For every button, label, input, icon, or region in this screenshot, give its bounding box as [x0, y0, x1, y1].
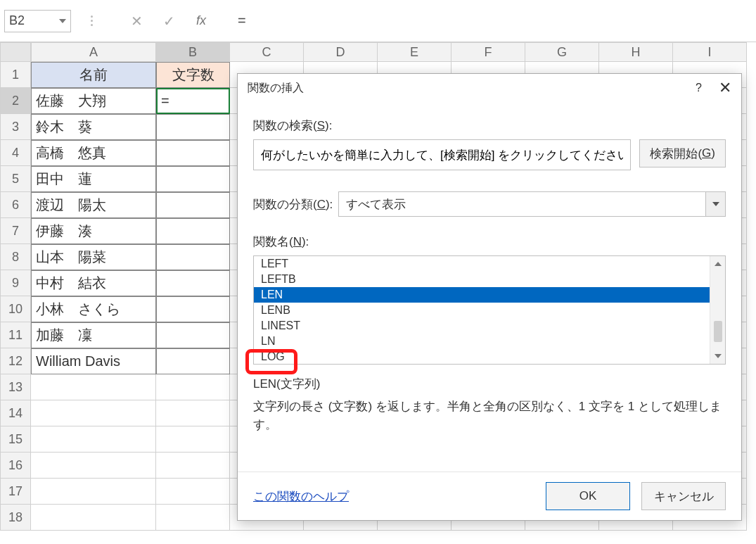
row-header[interactable]: 10 [0, 296, 31, 322]
row-header[interactable]: 1 [0, 62, 31, 88]
cell[interactable] [156, 244, 230, 270]
column-header[interactable]: F [451, 42, 525, 62]
cell[interactable] [31, 400, 156, 426]
cell[interactable]: = [156, 88, 230, 114]
function-syntax: LEN(文字列) [253, 376, 726, 392]
cell[interactable] [156, 479, 230, 505]
column-header[interactable]: D [304, 42, 378, 62]
row-header[interactable]: 4 [0, 140, 31, 166]
insert-function-dialog: 関数の挿入 ? ✕ 関数の検索(S): 検索開始(G) 関数の分類(C): すべ… [237, 73, 742, 521]
cell[interactable]: 文字数 [156, 62, 230, 88]
cell[interactable] [31, 479, 156, 505]
scroll-thumb[interactable] [714, 321, 722, 342]
cell[interactable] [31, 426, 156, 453]
help-icon[interactable]: ? [696, 82, 702, 94]
row-header[interactable]: 14 [0, 400, 31, 426]
cell[interactable] [156, 114, 230, 140]
ok-button[interactable]: OK [546, 482, 630, 510]
row-header[interactable]: 8 [0, 244, 31, 270]
cell[interactable] [156, 374, 230, 400]
name-box[interactable]: B2 [4, 10, 71, 32]
cell[interactable] [156, 505, 230, 531]
row-header[interactable]: 2 [0, 88, 31, 114]
column-header[interactable]: E [378, 42, 451, 62]
row-header[interactable]: 7 [0, 218, 31, 244]
cell[interactable]: William Davis [31, 348, 156, 374]
search-go-button[interactable]: 検索開始(G) [639, 139, 726, 167]
cell[interactable]: 佐藤 大翔 [31, 88, 156, 114]
cell[interactable]: 小林 さくら [31, 296, 156, 322]
cell[interactable] [31, 453, 156, 479]
cell[interactable]: 名前 [31, 62, 156, 88]
column-header[interactable]: C [230, 42, 304, 62]
column-header[interactable]: G [525, 42, 599, 62]
cell[interactable] [156, 453, 230, 479]
list-item[interactable]: LEFT [254, 256, 710, 272]
row-header[interactable]: 13 [0, 374, 31, 400]
row-header[interactable]: 9 [0, 270, 31, 296]
cell[interactable]: 田中 蓮 [31, 166, 156, 192]
scroll-down-icon[interactable] [710, 348, 725, 364]
function-description: 文字列の長さ (文字数) を返します。半角と全角の区別なく、1 文字を 1 とし… [253, 398, 726, 434]
row-header[interactable]: 16 [0, 453, 31, 479]
cell[interactable]: 山本 陽菜 [31, 244, 156, 270]
insert-function-button[interactable]: fx [191, 11, 211, 31]
row-header[interactable]: 18 [0, 505, 31, 531]
cancel-button[interactable]: キャンセル [641, 482, 726, 510]
category-label: 関数の分類(C): [253, 196, 333, 213]
cell[interactable] [156, 218, 230, 244]
scroll-up-icon[interactable] [710, 256, 725, 272]
chevron-down-icon[interactable] [705, 192, 725, 216]
cancel-formula-button[interactable]: ✕ [127, 11, 146, 31]
column-header[interactable]: H [599, 42, 673, 62]
cell[interactable] [156, 140, 230, 166]
confirm-formula-button[interactable]: ✓ [159, 11, 179, 31]
help-link[interactable]: この関数のヘルプ [253, 488, 349, 505]
column-header[interactable]: I [673, 42, 747, 62]
list-item[interactable]: LENB [254, 303, 710, 318]
search-input[interactable] [253, 139, 631, 170]
formula-bar-input[interactable]: = [238, 13, 246, 29]
cell[interactable]: 伊藤 湊 [31, 218, 156, 244]
dialog-titlebar[interactable]: 関数の挿入 ? ✕ [238, 74, 741, 102]
list-item[interactable]: LN [254, 334, 710, 349]
list-item[interactable]: LEN [254, 287, 710, 303]
name-box-value: B2 [9, 13, 25, 28]
close-icon[interactable]: ✕ [719, 79, 731, 97]
cell[interactable] [156, 166, 230, 192]
cell[interactable]: 加藤 凜 [31, 322, 156, 348]
category-select[interactable]: すべて表示 [338, 191, 726, 217]
row-header[interactable]: 3 [0, 114, 31, 140]
cell[interactable] [156, 348, 230, 374]
cell[interactable]: 中村 結衣 [31, 270, 156, 296]
formula-buttons: ✕ ✓ fx [127, 11, 211, 31]
row-header[interactable]: 17 [0, 479, 31, 505]
function-list[interactable]: LEFTLEFTBLENLENBLINESTLNLOG [254, 256, 710, 364]
cell[interactable] [31, 505, 156, 531]
function-list-label: 関数名(N): [253, 234, 726, 250]
scrollbar[interactable] [710, 256, 725, 364]
cell[interactable] [156, 322, 230, 348]
row-header[interactable]: 11 [0, 322, 31, 348]
cell[interactable] [156, 426, 230, 453]
dialog-title: 関数の挿入 [248, 81, 304, 96]
list-item[interactable]: LINEST [254, 318, 710, 334]
cell[interactable]: 高橋 悠真 [31, 140, 156, 166]
cell[interactable] [156, 270, 230, 296]
row-header[interactable]: 12 [0, 348, 31, 374]
list-item[interactable]: LOG [254, 349, 710, 364]
function-list-container: LEFTLEFTBLENLENBLINESTLNLOG [253, 255, 726, 365]
select-all-corner[interactable] [0, 42, 31, 62]
list-item[interactable]: LEFTB [254, 272, 710, 287]
cell[interactable] [156, 192, 230, 218]
column-header[interactable]: B [156, 42, 230, 62]
cell[interactable]: 渡辺 陽太 [31, 192, 156, 218]
row-header[interactable]: 15 [0, 426, 31, 453]
cell[interactable] [156, 400, 230, 426]
row-header[interactable]: 5 [0, 166, 31, 192]
cell[interactable] [156, 296, 230, 322]
row-header[interactable]: 6 [0, 192, 31, 218]
cell[interactable]: 鈴木 葵 [31, 114, 156, 140]
column-header[interactable]: A [31, 42, 156, 62]
cell[interactable] [31, 374, 156, 400]
